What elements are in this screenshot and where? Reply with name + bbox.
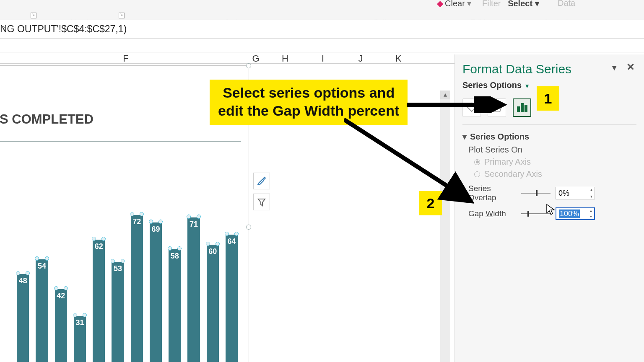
pane-dropdown-icon[interactable]: ▼ [610, 64, 618, 72]
dialog-launcher-icon[interactable] [119, 13, 125, 18]
data-bar[interactable]: 64 [226, 235, 238, 362]
close-icon[interactable]: ✕ [626, 61, 635, 73]
effects-tab[interactable] [488, 98, 506, 117]
plot-area[interactable]: 4485442316253726958716064 [0, 141, 241, 362]
scroll-up-icon[interactable]: ▴ [440, 90, 450, 99]
data-bar[interactable]: 62 [93, 240, 105, 362]
spin-up-icon[interactable]: ▴ [588, 208, 593, 213]
spin-up-icon[interactable]: ▴ [589, 187, 594, 192]
chart-title[interactable]: S COMPLETED [0, 112, 93, 127]
chart-styles-button[interactable] [253, 173, 270, 189]
funnel-icon [257, 197, 267, 207]
brush-icon [257, 176, 267, 186]
annotation-badge-1: 1 [537, 86, 559, 111]
data-bar[interactable]: 42 [55, 289, 67, 362]
overlap-spinner[interactable]: 0% ▴ ▾ [556, 187, 595, 199]
gap-width-label: Gap Width [468, 209, 516, 218]
selection-handle[interactable] [246, 225, 251, 230]
bar-series[interactable]: 4485442316253726958716064 [0, 146, 238, 362]
data-bar[interactable]: 60 [207, 245, 219, 362]
selection-handle[interactable] [246, 63, 251, 68]
data-label: 42 [57, 292, 65, 300]
vertical-scrollbar[interactable]: ▴ [440, 90, 450, 362]
series-overlap-label: Series Overlap [468, 184, 516, 202]
plot-series-on-label: Plot Series On [468, 145, 636, 155]
data-bar[interactable]: 54 [36, 259, 48, 362]
chevron-down-icon: ▾ [462, 132, 467, 141]
series-options-section[interactable]: ▾Series Options [462, 132, 636, 142]
data-bar[interactable]: 72 [131, 215, 143, 362]
series-overlap-control[interactable]: Series Overlap 0% ▴ ▾ [468, 184, 636, 202]
dialog-launcher-icon[interactable] [31, 13, 36, 18]
data-bar[interactable]: 69 [150, 222, 162, 362]
primary-axis-radio: Primary Axis [474, 157, 636, 167]
radio-icon [474, 159, 480, 165]
annotation-badge-2: 2 [419, 191, 442, 215]
gap-width-value: 100% [559, 209, 580, 218]
col-header[interactable]: I [306, 53, 340, 64]
data-bar[interactable]: 58 [169, 249, 181, 362]
radio-icon [474, 171, 480, 177]
gap-width-spinner[interactable]: 100% ▴ ▾ [556, 207, 595, 220]
overlap-value: 0% [558, 189, 569, 198]
overlap-slider[interactable] [521, 190, 551, 196]
data-label: 58 [171, 252, 179, 261]
data-label: 72 [132, 217, 141, 226]
editing-tools: Filter Select ▾ Data [482, 0, 539, 8]
fill-and-line-tab[interactable] [462, 98, 481, 117]
eraser-icon: ◆ [437, 0, 443, 8]
spin-down-icon[interactable]: ▾ [589, 194, 594, 199]
col-header[interactable]: J [344, 53, 377, 64]
bar-chart-icon [517, 103, 528, 112]
col-header[interactable]: F [109, 53, 143, 64]
select-button[interactable]: Select ▾ [508, 0, 539, 8]
chart-filter-button[interactable] [253, 194, 270, 210]
data-label: 31 [76, 318, 84, 327]
data-label: 69 [151, 225, 160, 234]
mouse-cursor-icon [546, 204, 555, 218]
pane-divider [462, 124, 636, 125]
data-label: 62 [95, 242, 103, 251]
data-bar[interactable]: 48 [17, 274, 29, 362]
clear-button[interactable]: ◆Clear ▾ [437, 0, 471, 8]
paint-bucket-icon [466, 102, 478, 114]
formula-bar-expand-icon[interactable]: ⌃ [0, 24, 639, 34]
data-label: 54 [38, 262, 46, 271]
col-header[interactable]: H [268, 53, 302, 64]
data-label: 48 [19, 277, 27, 285]
data-bar[interactable]: 53 [112, 262, 124, 362]
col-header[interactable]: K [382, 53, 415, 64]
data-label: 64 [227, 237, 236, 246]
data-bar[interactable]: 71 [187, 217, 200, 362]
data-label: 60 [208, 247, 217, 256]
pentagon-icon [491, 102, 503, 114]
series-options-tab[interactable] [513, 98, 531, 117]
chevron-down-icon: ▼ [524, 83, 530, 89]
ribbon-groups: ◆Clear ▾ Filter Select ▾ Data Number Sty… [0, 0, 644, 20]
spin-down-icon[interactable]: ▾ [588, 214, 593, 219]
data-label: 71 [190, 220, 198, 229]
formula-bar[interactable]: NG OUTPUT'!$C$4:$C$27,1) ⌃ [0, 20, 644, 39]
data-label: 53 [114, 264, 122, 273]
secondary-axis-radio: Secondary Axis [474, 169, 636, 179]
dropdown-caret-icon: ▾ [467, 0, 471, 8]
data-button[interactable]: Data [558, 0, 583, 8]
data-bar[interactable]: 31 [74, 316, 86, 362]
filter-button[interactable]: Filter [482, 0, 501, 8]
annotation-callout: Select series options and edit the Gap W… [210, 80, 408, 125]
col-header[interactable]: G [239, 53, 273, 64]
